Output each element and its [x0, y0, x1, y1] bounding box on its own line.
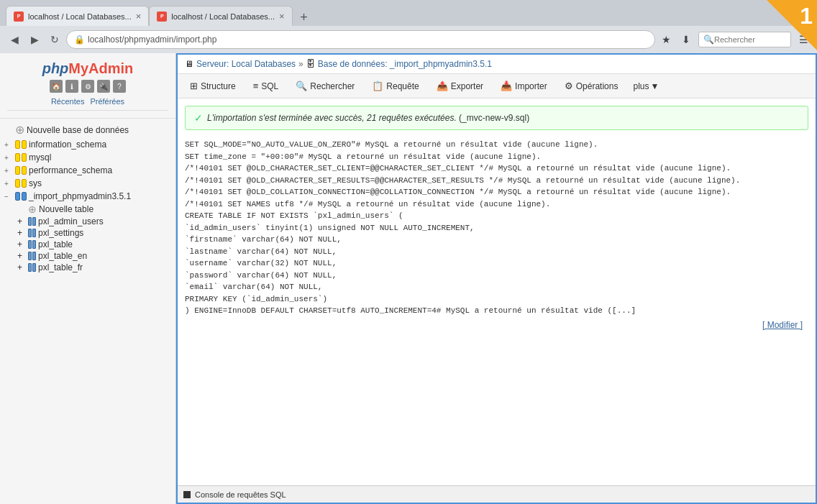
db-icons-mysql [15, 153, 27, 162]
success-message: ✓ L'importation s'est terminée avec succ… [185, 106, 808, 130]
forward-button[interactable]: ▶ [26, 31, 43, 48]
more-icon: ▼ [650, 81, 659, 91]
pma-logo: php MyAdmin [7, 60, 168, 77]
table-name-table-fr: pxl_table_fr [38, 262, 83, 272]
table-icons-table-en [28, 252, 36, 260]
breadcrumb-server[interactable]: Serveur: Local Databases [196, 59, 296, 69]
help-icon[interactable]: ? [113, 80, 126, 93]
info-icon[interactable]: ℹ [65, 80, 78, 93]
operations-icon: ⚙ [565, 81, 573, 91]
table-name-nouvelle: Nouvelle table [39, 204, 93, 214]
breadcrumb-sep: » [298, 59, 303, 69]
expand-pxl-admin: + [17, 216, 26, 226]
breadcrumb-db-icon: 🗄 [306, 59, 315, 69]
tab-operations-label: Opérations [576, 81, 619, 91]
db-icons-sys [15, 179, 27, 188]
tab-requete-label: Requête [386, 81, 419, 91]
plugin-icon[interactable]: 🔌 [97, 80, 110, 93]
table-pxl-table-fr[interactable]: + pxl_table_fr [0, 262, 175, 273]
recentes-link[interactable]: Récentes [51, 97, 84, 106]
new-table-icon: ⊕ [28, 203, 37, 215]
url-protocol: 🔒 [74, 35, 85, 45]
tab-close-2[interactable]: × [279, 11, 285, 22]
modifier-link-container: [ Modifier ] [185, 317, 808, 333]
table-name-table: pxl_table [38, 239, 73, 249]
table-pxl-admin-users[interactable]: + pxl_admin_users [0, 216, 175, 227]
expand-mysql: + [4, 154, 13, 162]
db-import[interactable]: − _import_phpmyadmin3.5.1 [0, 190, 175, 203]
tab-exporter-label: Exporter [451, 81, 483, 91]
tab-operations[interactable]: ⚙ Opérations [557, 77, 626, 95]
refresh-button[interactable]: ↻ [46, 31, 63, 48]
table-icons-admin [28, 217, 36, 226]
db-icons-import [15, 192, 27, 201]
tab-favicon-2: P [157, 12, 167, 22]
browser-search[interactable]: 🔍 [698, 32, 791, 47]
bookmark-icon[interactable]: ★ [658, 32, 674, 47]
back-button[interactable]: ◀ [6, 31, 23, 48]
more-label: plus [633, 81, 649, 91]
db-icons-info [15, 140, 27, 149]
settings-icon[interactable]: ⚙ [81, 80, 94, 93]
browser-tab-1[interactable]: P localhost / Local Databases... × [6, 6, 149, 26]
tab-favicon-1: P [14, 12, 24, 22]
logo-myadmin: MyAdmin [68, 60, 133, 77]
modifier-link[interactable]: [ Modifier ] [762, 320, 803, 330]
tab-structure-label: Structure [201, 81, 236, 91]
requete-icon: 📋 [372, 81, 383, 91]
preferees-link[interactable]: Préférées [90, 97, 124, 106]
table-pxl-settings[interactable]: + pxl_settings [0, 227, 175, 239]
new-database-item[interactable]: ⊕ Nouvelle base de données [0, 122, 175, 138]
tab-sql[interactable]: ≡ SQL [245, 77, 287, 95]
expand-import: − [4, 193, 13, 201]
db-information-schema[interactable]: + information_schema [0, 138, 175, 151]
expand-perf: + [4, 167, 13, 175]
tab-importer[interactable]: 📥 Importer [493, 77, 555, 95]
tab-exporter[interactable]: 📤 Exporter [429, 77, 491, 95]
expand-pxl-table-fr: + [17, 262, 26, 272]
db-icons-perf [15, 166, 27, 175]
breadcrumb-database[interactable]: Base de données: _import_phpmyadmin3.5.1 [318, 59, 492, 69]
new-tab-button[interactable]: + [296, 9, 313, 26]
success-text-em: L'importation s'est terminée avec succès… [207, 113, 457, 123]
browser-tab-2[interactable]: P localhost / Local Databases... × [149, 6, 292, 26]
structure-icon: ⊞ [190, 81, 198, 91]
download-icon[interactable]: ⬇ [678, 32, 694, 47]
tab-rechercher[interactable]: 🔍 Rechercher [288, 77, 362, 95]
db-name-performance-schema: performance_schema [29, 165, 112, 175]
db-mysql[interactable]: + mysql [0, 151, 175, 164]
db-sys[interactable]: + sys [0, 177, 175, 190]
db-performance-schema[interactable]: + performance_schema [0, 164, 175, 177]
badge-number: 1 [800, 3, 813, 29]
sidebar: php MyAdmin 🏠 ℹ ⚙ 🔌 ? Récentes Préférées [0, 53, 176, 504]
tab-more[interactable]: plus ▼ [627, 78, 665, 94]
page-inner: 🖥 Serveur: Local Databases » 🗄 Base de d… [178, 55, 816, 503]
tab-close-1[interactable]: × [136, 11, 142, 22]
table-icons-table-fr [28, 263, 36, 272]
table-nouvelle-table[interactable]: ⊕ Nouvelle table [0, 203, 175, 216]
new-database-label: Nouvelle base de données [27, 125, 129, 135]
expand-pxl-table-en: + [17, 251, 26, 261]
table-pxl-table[interactable]: + pxl_table [0, 239, 175, 250]
table-name-settings: pxl_settings [38, 228, 83, 238]
tab-structure[interactable]: ⊞ Structure [182, 77, 244, 95]
url-bar[interactable]: 🔒 localhost/phpmyadmin/import.php [66, 30, 655, 49]
rechercher-icon: 🔍 [296, 81, 307, 91]
home-icon[interactable]: 🏠 [50, 80, 63, 93]
console-bar[interactable]: ■ Console de requêtes SQL [178, 485, 816, 503]
expand-sys: + [4, 180, 13, 188]
sidebar-icons: 🏠 ℹ ⚙ 🔌 ? [7, 77, 168, 96]
breadcrumb-icon: 🖥 [185, 59, 193, 69]
importer-icon: 📥 [501, 81, 512, 91]
success-filename: (_mvc-new-v9.sql) [459, 113, 529, 123]
table-name-admin: pxl_admin_users [38, 216, 104, 226]
db-name-mysql: mysql [29, 152, 51, 162]
tab-requete[interactable]: 📋 Requête [364, 77, 426, 95]
expand-info: + [4, 141, 13, 149]
table-icons-table [28, 240, 36, 249]
console-label: Console de requêtes SQL [195, 490, 286, 499]
db-name-sys: sys [29, 178, 42, 188]
logo-php: php [42, 60, 69, 77]
search-input[interactable] [714, 35, 786, 44]
table-pxl-table-en[interactable]: + pxl_table_en [0, 250, 175, 262]
